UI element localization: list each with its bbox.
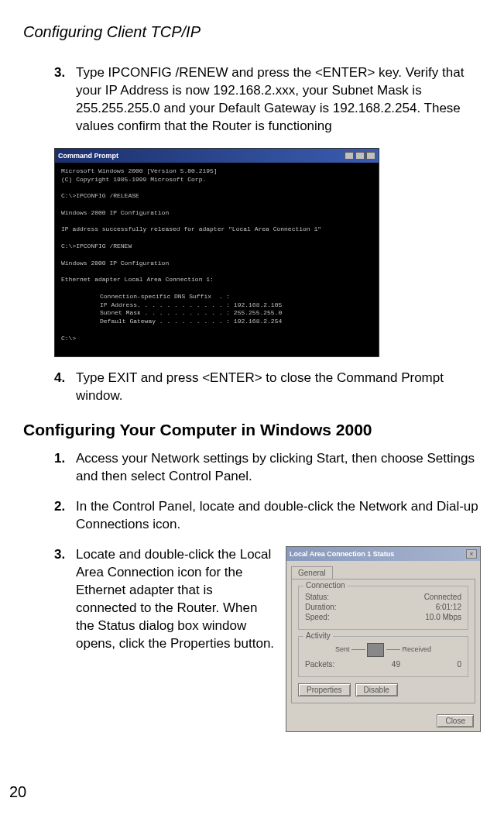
label: Status: <box>305 593 329 601</box>
cmd-line: Windows 2000 IP Configuration <box>61 260 169 267</box>
cmd-line: Subnet Mask . . . . . . . . . . . : 255.… <box>100 309 282 316</box>
minimize-icon[interactable] <box>345 152 354 160</box>
label: Packets: <box>305 660 334 669</box>
cmd-body: Microsoft Windows 2000 [Version 5.00.219… <box>55 163 379 357</box>
cmd-line: Microsoft Windows 2000 [Version 5.00.219… <box>61 167 218 174</box>
connection-group: Connection Status: Connected Duration: 6… <box>298 586 468 630</box>
dialog-title: Local Area Connection 1 Status <box>290 550 394 558</box>
command-prompt-window: Command Prompt Microsoft Windows 2000 [V… <box>54 148 379 358</box>
speed-row: Speed: 10.0 Mbps <box>305 613 461 621</box>
maximize-icon[interactable] <box>355 152 365 160</box>
cmd-line: C:\>IPCONFIG /RENEW <box>61 242 132 249</box>
packets-row: Packets: 49 0 <box>305 660 461 669</box>
close-icon[interactable] <box>366 152 375 160</box>
label: Duration: <box>305 603 337 611</box>
step-4a: 4. Type EXIT and press <ENTER> to close … <box>54 370 481 405</box>
value-recv: 0 <box>457 660 461 669</box>
cmd-line: Ethernet adapter Local Area Connection 1… <box>61 276 214 283</box>
step-2b: 2. In the Control Panel, locate and doub… <box>54 498 481 534</box>
step-3b-row: 3. Locate and double-click the Local Are… <box>54 546 481 732</box>
value: Connected <box>424 593 461 601</box>
group-label: Connection <box>303 581 348 590</box>
cmd-window-buttons <box>345 152 375 160</box>
section-heading: Configuring Your Computer in Windows 200… <box>23 421 481 439</box>
page-number: 20 <box>9 783 26 801</box>
cmd-line: Windows 2000 IP Configuration <box>61 209 169 216</box>
step-text: Type IPCONFIG /RENEW and press the <ENTE… <box>76 64 481 136</box>
cmd-line: (C) Copyright 1985-1999 Microsoft Corp. <box>61 176 206 183</box>
cmd-line: Default Gateway . . . . . . . . . : 192.… <box>100 318 282 325</box>
group-label: Activity <box>303 631 333 640</box>
close-button[interactable]: Close <box>437 714 474 727</box>
sent-label: Sent <box>335 645 350 653</box>
step-number: 4. <box>54 370 76 405</box>
dash: —— <box>386 645 400 653</box>
step-1b: 1. Access your Network settings by click… <box>54 450 481 486</box>
duration-row: Duration: 6:01:12 <box>305 603 461 611</box>
step-number: 2. <box>54 498 76 534</box>
dash: —— <box>351 645 365 653</box>
step-number: 1. <box>54 450 76 486</box>
value: 6:01:12 <box>436 603 461 611</box>
dialog-buttons: Properties Disable <box>298 683 468 696</box>
dialog-panel: Connection Status: Connected Duration: 6… <box>291 579 475 703</box>
tab-general[interactable]: General <box>291 566 333 579</box>
activity-group: Activity Sent —— —— Received Packets: 49… <box>298 636 468 677</box>
received-label: Received <box>403 645 432 653</box>
properties-button[interactable]: Properties <box>298 683 351 696</box>
page-header: Configuring Client TCP/IP <box>23 23 481 41</box>
value: 10.0 Mbps <box>425 613 461 621</box>
cmd-line: Connection-specific DNS Suffix . : <box>100 293 230 300</box>
close-icon[interactable]: × <box>466 549 477 559</box>
step-number: 3. <box>54 546 76 653</box>
cmd-line: C:\> <box>61 335 76 342</box>
value-sent: 49 <box>392 660 400 669</box>
step-text: Locate and double-click the Local Area C… <box>76 546 276 653</box>
cmd-titlebar: Command Prompt <box>55 149 379 163</box>
dialog-titlebar: Local Area Connection 1 Status × <box>286 547 480 561</box>
label: Speed: <box>305 613 330 621</box>
cmd-line: IP Address. . . . . . . . . . . . : 192.… <box>100 301 282 308</box>
step-3a: 3. Type IPCONFIG /RENEW and press the <E… <box>54 64 481 136</box>
dialog-footer: Close <box>286 708 480 731</box>
lan-status-dialog: Local Area Connection 1 Status × General… <box>286 546 481 732</box>
status-row: Status: Connected <box>305 593 461 601</box>
cmd-line: IP address successfully released for ada… <box>61 225 321 232</box>
cmd-line: C:\>IPCONFIG /RELEASE <box>61 192 139 199</box>
activity-header: Sent —— —— Received <box>305 643 461 657</box>
disable-button[interactable]: Disable <box>355 683 398 696</box>
step-text: In the Control Panel, locate and double-… <box>76 498 481 534</box>
step-text: Type EXIT and press <ENTER> to close the… <box>76 370 481 405</box>
cmd-title: Command Prompt <box>58 152 118 160</box>
dialog-tabs: General <box>286 561 480 579</box>
network-icon <box>367 643 384 657</box>
step-text: Access your Network settings by clicking… <box>76 450 481 486</box>
step-number: 3. <box>54 64 76 136</box>
